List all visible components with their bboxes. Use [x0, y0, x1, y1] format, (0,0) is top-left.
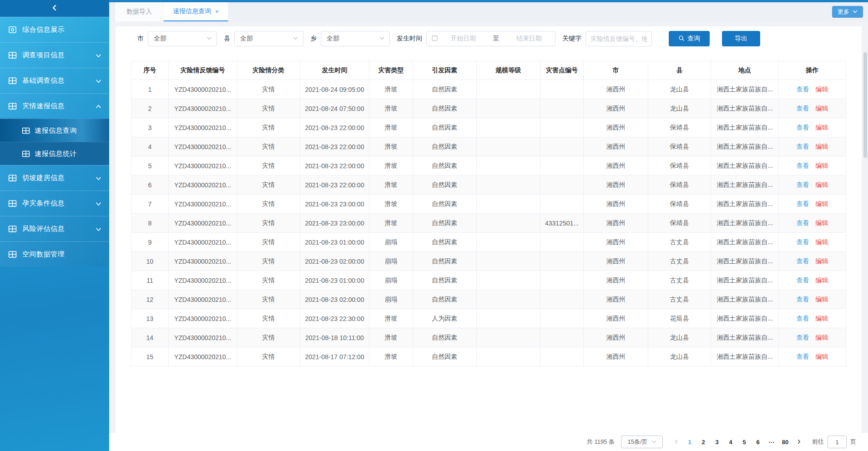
edit-link[interactable]: 编辑 [816, 124, 828, 131]
table-cell: 崩塌 [369, 233, 413, 252]
view-link[interactable]: 查看 [797, 238, 809, 246]
table-cell: 自然因素 [413, 233, 476, 252]
town-select[interactable]: 全部 [321, 31, 390, 46]
page-button-6[interactable]: 6 [751, 437, 765, 447]
keyword-input[interactable] [585, 31, 652, 46]
page-button-3[interactable]: 3 [710, 437, 724, 447]
column-header: 引发因素 [413, 61, 476, 80]
edit-link[interactable]: 编辑 [816, 85, 828, 93]
table-cell: 自然因素 [413, 252, 476, 271]
table-cell: 龙山县 [648, 80, 711, 99]
sidebar-item-survey-project[interactable]: 调查项目信息 [0, 42, 109, 68]
table-cell: 6 [131, 175, 169, 195]
table-row: 4YZD43000020210...灾情2021-08-23 22:00:00滑… [131, 137, 846, 156]
end-date-placeholder[interactable]: 结束日期 [508, 35, 551, 43]
city-select-value: 全部 [154, 35, 167, 43]
tab-data-import[interactable]: 数据导入 [115, 2, 164, 21]
search-button-label: 查询 [687, 35, 700, 43]
date-range-picker[interactable]: 开始日期 至 结束日期 [426, 31, 555, 46]
page-button-1[interactable]: 1 [683, 437, 696, 447]
goto-page-input[interactable] [828, 436, 847, 448]
table-cell: 湘西土家族苗族自... [711, 99, 779, 118]
page-button-2[interactable]: 2 [696, 437, 710, 447]
export-button[interactable]: 导出 [722, 31, 760, 46]
vertical-scrollbar-thumb[interactable] [863, 52, 867, 158]
table-cell: 自然因素 [413, 214, 476, 233]
edit-link[interactable]: 编辑 [816, 315, 828, 322]
sidebar-item-risk-assessment[interactable]: 风险评估信息 [0, 216, 109, 241]
sidebar-item-disaster-report[interactable]: 灾情速报信息 [0, 93, 109, 119]
view-link[interactable]: 查看 [797, 353, 809, 360]
edit-link[interactable]: 编辑 [816, 219, 828, 226]
edit-link[interactable]: 编辑 [816, 200, 828, 207]
view-link[interactable]: 查看 [797, 124, 809, 131]
sidebar-item-hazard-condition[interactable]: 孕灾条件信息 [0, 190, 109, 216]
range-separator: 至 [493, 35, 500, 43]
search-button[interactable]: 查询 [669, 31, 710, 46]
sidebar-item-label: 调查项目信息 [22, 51, 96, 60]
edit-link[interactable]: 编辑 [816, 181, 828, 188]
table-cell: 湘西土家族苗族自... [711, 137, 779, 156]
edit-link[interactable]: 编辑 [816, 353, 828, 360]
next-page-button[interactable] [792, 437, 806, 447]
view-link[interactable]: 查看 [797, 315, 809, 322]
operation-cell: 查看编辑 [779, 214, 846, 233]
sidebar-item-basic-survey[interactable]: 基础调查信息 [0, 68, 109, 93]
edit-link[interactable]: 编辑 [816, 143, 828, 150]
tab-report-query[interactable]: 速报信息查询 × [164, 2, 228, 21]
county-select[interactable]: 全部 [234, 31, 303, 46]
edit-link[interactable]: 编辑 [816, 238, 828, 246]
table-cell: 2021-08-23 01:00:00 [300, 233, 369, 252]
submenu-disaster-report: 速报信息查询速报信息统计 [0, 119, 109, 165]
view-link[interactable]: 查看 [797, 105, 809, 112]
view-link[interactable]: 查看 [797, 181, 809, 188]
table-cell: 自然因素 [413, 271, 476, 290]
table-row: 10YZD43000020210...灾情2021-08-23 02:00:00… [131, 252, 846, 271]
table-cell [540, 290, 584, 309]
sidebar-subitem-report-stats[interactable]: 速报信息统计 [0, 142, 109, 165]
pager: 123456···80 [669, 437, 806, 447]
sidebar-item-slope-housing[interactable]: 切坡建房信息 [0, 165, 109, 190]
edit-link[interactable]: 编辑 [816, 296, 828, 303]
table-cell: 滑坡 [369, 156, 413, 175]
table-cell: 滑坡 [369, 214, 413, 233]
view-link[interactable]: 查看 [797, 276, 809, 284]
sidebar-item-overview[interactable]: 综合信息展示 [0, 17, 109, 42]
page-button-5[interactable]: 5 [737, 437, 751, 447]
table-cell [476, 347, 540, 366]
total-count: 共 1195 条 [587, 438, 615, 446]
view-link[interactable]: 查看 [797, 219, 809, 226]
start-date-placeholder[interactable]: 开始日期 [442, 35, 485, 43]
view-link[interactable]: 查看 [797, 85, 809, 93]
edit-link[interactable]: 编辑 [816, 162, 828, 169]
page-button-4[interactable]: 4 [724, 437, 737, 447]
column-header: 操作 [779, 61, 846, 80]
more-button[interactable]: 更多 [832, 6, 863, 18]
table-icon [8, 225, 17, 233]
page-button-80[interactable]: 80 [778, 437, 792, 447]
view-link[interactable]: 查看 [797, 200, 809, 207]
city-select[interactable]: 全部 [148, 31, 217, 46]
table-row: 8YZD43000020210...灾情2021-08-23 23:00:00滑… [131, 214, 846, 233]
view-link[interactable]: 查看 [797, 143, 809, 150]
edit-link[interactable]: 编辑 [816, 334, 828, 341]
sidebar-collapse-button[interactable] [0, 0, 109, 17]
view-link[interactable]: 查看 [797, 334, 809, 341]
edit-link[interactable]: 编辑 [816, 276, 828, 284]
sidebar-subitem-report-query[interactable]: 速报信息查询 [0, 119, 109, 142]
table-cell: 湘西土家族苗族自... [711, 252, 779, 271]
page-size-select[interactable]: 15条/页 [621, 436, 663, 448]
view-link[interactable]: 查看 [797, 296, 809, 303]
edit-link[interactable]: 编辑 [816, 257, 828, 265]
operation-cell: 查看编辑 [779, 328, 846, 347]
sidebar-item-spatial-data[interactable]: 空间数据管理 [0, 241, 109, 267]
edit-link[interactable]: 编辑 [816, 105, 828, 112]
table-row: 6YZD43000020210...灾情2021-08-23 22:00:00滑… [131, 175, 846, 195]
close-icon[interactable]: × [215, 9, 219, 15]
town-select-value: 全部 [327, 35, 339, 43]
view-link[interactable]: 查看 [797, 162, 809, 169]
operation-cell: 查看编辑 [779, 156, 846, 175]
more-pages-icon[interactable]: ··· [765, 437, 778, 447]
view-link[interactable]: 查看 [797, 257, 809, 265]
prev-page-button[interactable] [669, 437, 683, 447]
